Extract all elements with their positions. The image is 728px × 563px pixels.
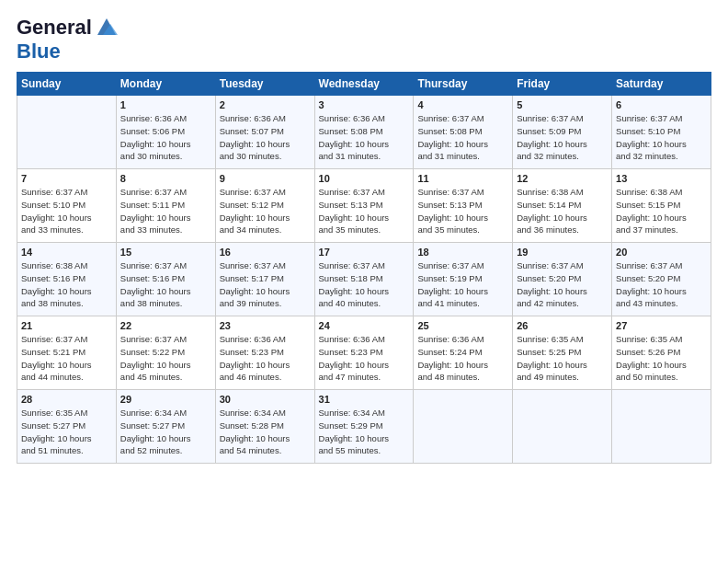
calendar-cell: [513, 390, 612, 464]
calendar-cell: 15Sunrise: 6:37 AM Sunset: 5:16 PM Dayli…: [116, 243, 215, 316]
day-info: Sunrise: 6:34 AM Sunset: 5:29 PM Dayligh…: [319, 407, 410, 457]
calendar-cell: 9Sunrise: 6:37 AM Sunset: 5:12 PM Daylig…: [215, 169, 314, 243]
day-number: 16: [220, 247, 311, 258]
day-number: 13: [616, 173, 707, 184]
calendar-cell: 2Sunrise: 6:36 AM Sunset: 5:07 PM Daylig…: [215, 96, 314, 169]
week-row-1: 1Sunrise: 6:36 AM Sunset: 5:06 PM Daylig…: [17, 96, 711, 169]
day-info: Sunrise: 6:37 AM Sunset: 5:16 PM Dayligh…: [120, 259, 211, 310]
column-header-tuesday: Tuesday: [215, 73, 314, 96]
day-number: 21: [21, 320, 112, 331]
calendar-cell: 25Sunrise: 6:36 AM Sunset: 5:24 PM Dayli…: [414, 316, 513, 390]
day-number: 25: [417, 320, 508, 331]
day-info: Sunrise: 6:35 AM Sunset: 5:25 PM Dayligh…: [517, 333, 608, 384]
logo-text-general: General: [17, 17, 92, 39]
column-header-wednesday: Wednesday: [314, 73, 414, 96]
day-info: Sunrise: 6:37 AM Sunset: 5:10 PM Dayligh…: [21, 186, 112, 236]
day-info: Sunrise: 6:37 AM Sunset: 5:22 PM Dayligh…: [120, 333, 211, 384]
day-number: 31: [319, 394, 410, 405]
day-number: 14: [21, 247, 112, 258]
calendar-cell: 7Sunrise: 6:37 AM Sunset: 5:10 PM Daylig…: [17, 169, 117, 243]
day-info: Sunrise: 6:37 AM Sunset: 5:21 PM Dayligh…: [21, 333, 112, 384]
calendar-cell: 22Sunrise: 6:37 AM Sunset: 5:22 PM Dayli…: [116, 316, 215, 390]
day-info: Sunrise: 6:34 AM Sunset: 5:28 PM Dayligh…: [220, 407, 311, 457]
calendar-cell: 1Sunrise: 6:36 AM Sunset: 5:06 PM Daylig…: [116, 96, 215, 169]
day-number: 17: [319, 247, 410, 258]
day-info: Sunrise: 6:36 AM Sunset: 5:07 PM Dayligh…: [220, 112, 311, 163]
calendar-cell: 24Sunrise: 6:36 AM Sunset: 5:23 PM Dayli…: [314, 316, 414, 390]
calendar-cell: [612, 390, 711, 464]
day-info: Sunrise: 6:37 AM Sunset: 5:09 PM Dayligh…: [517, 112, 608, 163]
day-number: 6: [616, 99, 707, 110]
day-number: 26: [517, 320, 608, 331]
day-info: Sunrise: 6:34 AM Sunset: 5:27 PM Dayligh…: [120, 407, 211, 457]
calendar-cell: 4Sunrise: 6:37 AM Sunset: 5:08 PM Daylig…: [414, 96, 513, 169]
calendar-cell: 30Sunrise: 6:34 AM Sunset: 5:28 PM Dayli…: [215, 390, 314, 464]
calendar-cell: 27Sunrise: 6:35 AM Sunset: 5:26 PM Dayli…: [612, 316, 711, 390]
day-info: Sunrise: 6:36 AM Sunset: 5:06 PM Dayligh…: [120, 112, 211, 163]
day-info: Sunrise: 6:37 AM Sunset: 5:08 PM Dayligh…: [417, 112, 508, 163]
day-number: 22: [120, 320, 211, 331]
calendar-cell: 28Sunrise: 6:35 AM Sunset: 5:27 PM Dayli…: [17, 390, 117, 464]
day-number: 27: [616, 320, 707, 331]
day-number: 9: [220, 173, 311, 184]
day-number: 29: [120, 394, 211, 405]
day-info: Sunrise: 6:37 AM Sunset: 5:11 PM Dayligh…: [120, 186, 211, 236]
day-number: 3: [319, 99, 410, 110]
day-number: 1: [120, 99, 211, 110]
page: General Blue SundayMondayTuesdayWednesda…: [0, 0, 728, 473]
day-info: Sunrise: 6:37 AM Sunset: 5:13 PM Dayligh…: [319, 186, 410, 236]
day-number: 19: [517, 247, 608, 258]
calendar-cell: 16Sunrise: 6:37 AM Sunset: 5:17 PM Dayli…: [215, 243, 314, 316]
week-row-4: 21Sunrise: 6:37 AM Sunset: 5:21 PM Dayli…: [17, 316, 711, 390]
calendar-cell: 6Sunrise: 6:37 AM Sunset: 5:10 PM Daylig…: [612, 96, 711, 169]
day-number: 20: [616, 247, 707, 258]
column-header-sunday: Sunday: [17, 73, 117, 96]
day-info: Sunrise: 6:35 AM Sunset: 5:26 PM Dayligh…: [616, 333, 707, 384]
calendar-cell: 21Sunrise: 6:37 AM Sunset: 5:21 PM Dayli…: [17, 316, 117, 390]
logo: General Blue: [17, 15, 119, 63]
day-info: Sunrise: 6:37 AM Sunset: 5:20 PM Dayligh…: [616, 259, 707, 310]
week-row-3: 14Sunrise: 6:38 AM Sunset: 5:16 PM Dayli…: [17, 243, 711, 316]
day-number: 12: [517, 173, 608, 184]
day-number: 10: [319, 173, 410, 184]
logo-text-blue: Blue: [17, 40, 119, 63]
day-number: 7: [21, 173, 112, 184]
calendar-cell: 10Sunrise: 6:37 AM Sunset: 5:13 PM Dayli…: [314, 169, 414, 243]
day-number: 5: [517, 99, 608, 110]
header: General Blue: [17, 15, 711, 63]
day-number: 28: [21, 394, 112, 405]
day-number: 15: [120, 247, 211, 258]
calendar-table: SundayMondayTuesdayWednesdayThursdayFrid…: [17, 72, 711, 464]
week-row-2: 7Sunrise: 6:37 AM Sunset: 5:10 PM Daylig…: [17, 169, 711, 243]
day-info: Sunrise: 6:38 AM Sunset: 5:16 PM Dayligh…: [21, 259, 112, 310]
calendar-cell: 29Sunrise: 6:34 AM Sunset: 5:27 PM Dayli…: [116, 390, 215, 464]
day-info: Sunrise: 6:38 AM Sunset: 5:15 PM Dayligh…: [616, 186, 707, 236]
calendar-cell: 17Sunrise: 6:37 AM Sunset: 5:18 PM Dayli…: [314, 243, 414, 316]
calendar-cell: 18Sunrise: 6:37 AM Sunset: 5:19 PM Dayli…: [414, 243, 513, 316]
calendar-cell: 31Sunrise: 6:34 AM Sunset: 5:29 PM Dayli…: [314, 390, 414, 464]
calendar-cell: 3Sunrise: 6:36 AM Sunset: 5:08 PM Daylig…: [314, 96, 414, 169]
calendar-cell: 12Sunrise: 6:38 AM Sunset: 5:14 PM Dayli…: [513, 169, 612, 243]
day-number: 11: [417, 173, 508, 184]
calendar-cell: 11Sunrise: 6:37 AM Sunset: 5:13 PM Dayli…: [414, 169, 513, 243]
day-info: Sunrise: 6:37 AM Sunset: 5:17 PM Dayligh…: [220, 259, 311, 310]
day-number: 2: [220, 99, 311, 110]
calendar-cell: 26Sunrise: 6:35 AM Sunset: 5:25 PM Dayli…: [513, 316, 612, 390]
day-info: Sunrise: 6:36 AM Sunset: 5:23 PM Dayligh…: [220, 333, 311, 384]
day-info: Sunrise: 6:36 AM Sunset: 5:24 PM Dayligh…: [417, 333, 508, 384]
day-info: Sunrise: 6:36 AM Sunset: 5:23 PM Dayligh…: [319, 333, 410, 384]
day-number: 8: [120, 173, 211, 184]
week-row-5: 28Sunrise: 6:35 AM Sunset: 5:27 PM Dayli…: [17, 390, 711, 464]
column-header-thursday: Thursday: [414, 73, 513, 96]
day-info: Sunrise: 6:36 AM Sunset: 5:08 PM Dayligh…: [319, 112, 410, 163]
day-info: Sunrise: 6:35 AM Sunset: 5:27 PM Dayligh…: [21, 407, 112, 457]
calendar-cell: [17, 96, 117, 169]
calendar-cell: 19Sunrise: 6:37 AM Sunset: 5:20 PM Dayli…: [513, 243, 612, 316]
day-number: 4: [417, 99, 508, 110]
logo-icon: [94, 15, 119, 40]
header-row: SundayMondayTuesdayWednesdayThursdayFrid…: [17, 73, 711, 96]
day-number: 18: [417, 247, 508, 258]
calendar-cell: 8Sunrise: 6:37 AM Sunset: 5:11 PM Daylig…: [116, 169, 215, 243]
calendar-cell: 20Sunrise: 6:37 AM Sunset: 5:20 PM Dayli…: [612, 243, 711, 316]
day-info: Sunrise: 6:37 AM Sunset: 5:20 PM Dayligh…: [517, 259, 608, 310]
